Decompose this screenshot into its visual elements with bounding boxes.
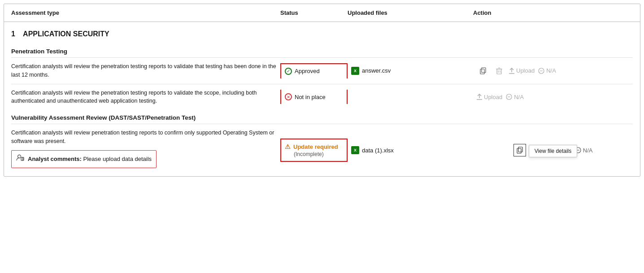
na-icon <box>538 68 544 74</box>
status-label-not-in-place: Not in place <box>295 94 326 100</box>
main-table: Assessment type Status Uploaded files Ac… <box>4 4 640 177</box>
row-description-3: Certification analysts will review penet… <box>11 124 280 176</box>
na-button-2[interactable]: N/A <box>506 94 524 100</box>
row-description-2: Certification analysts will review the p… <box>11 84 280 110</box>
col-assessment-type: Assessment type <box>11 9 280 16</box>
analyst-comment-message: Please upload data details <box>83 156 152 162</box>
x-icon: ✕ <box>285 93 292 100</box>
status-cell-not-in-place: ✕ Not in place <box>280 90 348 104</box>
svg-rect-1 <box>482 68 486 73</box>
section-name: APPLICATION SECURITY <box>23 30 109 38</box>
col-uploaded-files: Uploaded files <box>348 9 473 16</box>
na-label-3: N/A <box>583 147 593 154</box>
upload-icon <box>509 68 514 74</box>
excel-icon: X <box>351 67 359 75</box>
delete-button-1[interactable] <box>493 65 505 77</box>
row-desc-text-3: Certification analysts will review penet… <box>11 129 277 146</box>
analyst-comment-text: Analyst comments: Please upload data det… <box>28 155 152 164</box>
status-update-required: ⚠ Update required (Incomplete) <box>285 143 343 157</box>
svg-rect-20 <box>518 147 522 152</box>
row-description-1: Certification analysts will review the p… <box>11 58 280 84</box>
assessment-penetration-testing: Penetration Testing Certification analys… <box>11 43 633 110</box>
upload-button-1[interactable]: Upload <box>509 67 535 74</box>
copy-icon-2 <box>516 147 523 154</box>
na-icon <box>506 94 512 100</box>
file-cell-1: X answer.csv <box>348 63 473 78</box>
analyst-comment-icon <box>16 154 24 161</box>
svg-rect-0 <box>480 69 484 74</box>
section-number: 1 <box>11 30 15 38</box>
trash-icon <box>496 67 502 74</box>
analyst-comment-box: Analyst comments: Please upload data det… <box>11 150 157 169</box>
status-main-label: Update required <box>293 143 338 150</box>
table-body: 1 APPLICATION SECURITY Penetration Testi… <box>4 22 640 176</box>
status-cell-update-required: ⚠ Update required (Incomplete) <box>280 139 348 162</box>
status-label-approved: Approved <box>295 68 320 74</box>
assessment-name-2: Vulnerability Assessment Review (DAST/SA… <box>11 110 633 124</box>
upload-button-2[interactable]: Upload <box>477 94 502 100</box>
col-action: Action <box>473 9 633 16</box>
table-row: Certification analysts will review the p… <box>11 84 633 110</box>
table-row: Certification analysts will review penet… <box>11 124 633 176</box>
na-label-2: N/A <box>514 94 524 100</box>
status-sub-label: (Incomplete) <box>285 151 343 157</box>
action-cell-3-wrapper: Upload N/A Vie <box>473 140 633 160</box>
col-status: Status <box>280 9 348 16</box>
status-cell-approved: ✓ Approved <box>280 63 348 78</box>
file-cell-2 <box>348 93 473 100</box>
action-cell-2: Upload N/A <box>473 90 633 104</box>
check-icon: ✓ <box>285 68 292 75</box>
status-approved: ✓ Approved <box>285 68 343 75</box>
analyst-icon <box>16 154 24 165</box>
na-label-1: N/A <box>546 67 556 74</box>
na-button-3[interactable]: N/A <box>575 147 593 154</box>
file-name-3: data (1).xlsx <box>362 147 394 154</box>
copy-button-3[interactable] <box>513 144 526 156</box>
upload-icon <box>477 94 482 100</box>
svg-rect-19 <box>517 148 521 153</box>
warning-icon: ⚠ <box>285 143 291 150</box>
analyst-comment-label: Analyst comments: <box>28 156 82 162</box>
upload-label-2: Upload <box>484 94 502 100</box>
table-header: Assessment type Status Uploaded files Ac… <box>4 4 640 22</box>
section-title: 1 APPLICATION SECURITY <box>11 22 633 43</box>
file-cell-3: X data (1).xlsx <box>348 143 473 158</box>
action-cell-3: Upload N/A Vie <box>473 140 633 160</box>
copy-button-1[interactable] <box>477 65 489 77</box>
assessment-name-1: Penetration Testing <box>11 43 633 57</box>
assessment-vulnerability: Vulnerability Assessment Review (DAST/SA… <box>11 110 633 176</box>
status-main: ⚠ Update required <box>285 143 343 150</box>
na-button-1[interactable]: N/A <box>538 67 556 74</box>
excel-icon-2: X <box>351 146 359 154</box>
svg-rect-2 <box>497 69 501 74</box>
svg-rect-18 <box>21 157 24 160</box>
file-name-1: answer.csv <box>362 67 391 74</box>
view-file-details-label: View file details <box>535 148 572 154</box>
copy-icon <box>479 67 487 74</box>
status-not-in-place: ✕ Not in place <box>285 93 343 100</box>
table-row: Certification analysts will review the p… <box>11 57 633 84</box>
action-cell-1: Upload N/A <box>473 61 633 81</box>
upload-label-1: Upload <box>516 67 535 74</box>
view-file-details-tooltip[interactable]: View file details <box>529 145 578 157</box>
